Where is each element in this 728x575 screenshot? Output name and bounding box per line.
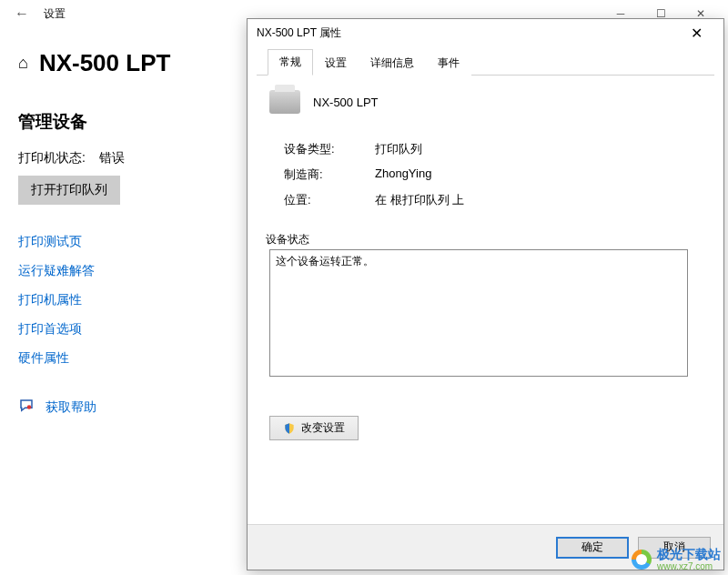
- device-status-label: 设备状态: [266, 232, 702, 247]
- device-type-value: 打印队列: [375, 141, 422, 157]
- dialog-titlebar: NX-500 LPT 属性 ✕: [248, 19, 723, 46]
- watermark-name: 极光下载站: [657, 548, 721, 561]
- watermark-url: www.xz7.com: [657, 561, 721, 571]
- link-hardware-properties[interactable]: 硬件属性: [18, 350, 69, 365]
- properties-dialog: NX-500 LPT 属性 ✕ 常规 设置 详细信息 事件 NX-500 LPT…: [247, 18, 724, 570]
- device-type-label: 设备类型:: [284, 141, 375, 157]
- tab-details[interactable]: 详细信息: [359, 50, 426, 76]
- link-print-test-page[interactable]: 打印测试页: [18, 234, 82, 248]
- shield-icon: [283, 422, 296, 435]
- home-icon[interactable]: ⌂: [18, 54, 28, 73]
- link-printer-properties[interactable]: 打印机属性: [18, 292, 82, 307]
- location-label: 位置:: [284, 192, 375, 208]
- printer-icon: [269, 90, 300, 114]
- link-troubleshoot[interactable]: 运行疑难解答: [18, 263, 95, 277]
- link-get-help[interactable]: 获取帮助: [46, 399, 96, 416]
- status-value: 错误: [99, 150, 125, 165]
- change-settings-label: 改变设置: [301, 420, 345, 436]
- tab-general[interactable]: 常规: [268, 49, 313, 76]
- device-status-textbox[interactable]: [269, 249, 688, 377]
- manufacturer-value: ZhongYing: [375, 166, 431, 183]
- status-label: 打印机状态:: [18, 150, 86, 165]
- device-status-section: 设备状态: [269, 232, 702, 379]
- watermark-logo-icon: [632, 550, 652, 570]
- svg-point-0: [27, 405, 32, 409]
- dialog-title: NX-500 LPT 属性: [257, 25, 341, 41]
- tab-events[interactable]: 事件: [426, 50, 471, 76]
- link-printing-preferences[interactable]: 打印首选项: [18, 321, 82, 336]
- back-button[interactable]: ←: [7, 5, 36, 22]
- ok-button[interactable]: 确定: [556, 537, 629, 559]
- dialog-device-name: NX-500 LPT: [313, 96, 379, 109]
- watermark: 极光下载站 www.xz7.com: [632, 548, 721, 571]
- tab-body-general: NX-500 LPT 设备类型: 打印队列 制造商: ZhongYing 位置:…: [248, 76, 723, 524]
- dialog-tabs: 常规 设置 详细信息 事件: [257, 50, 714, 76]
- chat-help-icon: [18, 398, 35, 418]
- device-title: NX-500 LPT: [39, 49, 171, 77]
- device-name-row: NX-500 LPT: [269, 90, 702, 114]
- location-value: 在 根打印队列 上: [375, 192, 464, 208]
- settings-window: ← 设置 ─ ☐ ✕ ⌂ NX-500 LPT 管理设备 打印机状态: 错误 打…: [0, 0, 728, 575]
- device-info: 设备类型: 打印队列 制造商: ZhongYing 位置: 在 根打印队列 上: [284, 141, 702, 208]
- tab-settings[interactable]: 设置: [313, 50, 359, 76]
- manufacturer-label: 制造商:: [284, 166, 375, 183]
- change-settings-button[interactable]: 改变设置: [269, 416, 359, 440]
- window-title: 设置: [44, 6, 66, 22]
- open-print-queue-button[interactable]: 打开打印队列: [18, 176, 120, 205]
- dialog-close-button[interactable]: ✕: [678, 25, 714, 42]
